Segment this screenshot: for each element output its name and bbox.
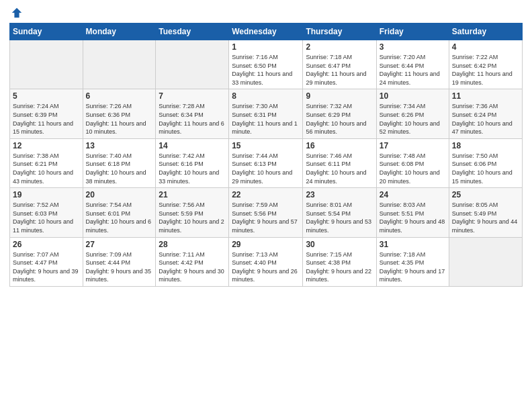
day-number: 12: [13, 141, 80, 150]
day-info: Sunrise: 7:28 AM Sunset: 6:34 PM Dayligh…: [159, 102, 226, 136]
calendar-header-row: SundayMondayTuesdayWednesdayThursdayFrid…: [10, 24, 523, 40]
day-number: 9: [306, 91, 373, 101]
calendar-cell: 15Sunrise: 7:44 AM Sunset: 6:13 PM Dayli…: [229, 138, 303, 187]
day-number: 29: [232, 240, 300, 249]
calendar-week-row: 26Sunrise: 7:07 AM Sunset: 4:47 PM Dayli…: [10, 237, 523, 286]
day-info: Sunrise: 7:30 AM Sunset: 6:31 PM Dayligh…: [232, 102, 300, 136]
calendar-cell: 17Sunrise: 7:48 AM Sunset: 6:08 PM Dayli…: [376, 138, 449, 187]
day-info: Sunrise: 7:42 AM Sunset: 6:16 PM Dayligh…: [159, 152, 226, 185]
day-info: Sunrise: 7:36 AM Sunset: 6:24 PM Dayligh…: [452, 102, 519, 136]
logo-icon: [11, 7, 23, 19]
day-number: 28: [159, 240, 226, 249]
calendar-cell: [10, 40, 83, 89]
calendar-cell: 5Sunrise: 7:24 AM Sunset: 6:39 PM Daylig…: [10, 89, 83, 138]
day-number: 15: [232, 141, 300, 150]
calendar-cell: 19Sunrise: 7:52 AM Sunset: 6:03 PM Dayli…: [10, 188, 83, 237]
calendar-cell: 25Sunrise: 8:05 AM Sunset: 5:49 PM Dayli…: [449, 188, 522, 237]
day-info: Sunrise: 7:50 AM Sunset: 6:06 PM Dayligh…: [452, 152, 519, 185]
day-number: 13: [86, 141, 153, 150]
day-info: Sunrise: 7:15 AM Sunset: 4:38 PM Dayligh…: [306, 250, 373, 284]
day-info: Sunrise: 7:46 AM Sunset: 6:11 PM Dayligh…: [306, 152, 373, 185]
day-number: 18: [452, 141, 519, 150]
day-info: Sunrise: 7:48 AM Sunset: 6:08 PM Dayligh…: [380, 152, 446, 185]
day-number: 4: [452, 42, 519, 52]
day-number: 11: [452, 91, 519, 101]
calendar-cell: 16Sunrise: 7:46 AM Sunset: 6:11 PM Dayli…: [303, 138, 376, 187]
calendar-day-header: Sunday: [10, 24, 83, 40]
calendar-cell: 8Sunrise: 7:30 AM Sunset: 6:31 PM Daylig…: [229, 89, 303, 138]
calendar-day-header: Wednesday: [229, 24, 303, 40]
day-info: Sunrise: 7:44 AM Sunset: 6:13 PM Dayligh…: [232, 152, 300, 185]
day-number: 17: [380, 141, 446, 150]
day-number: 14: [159, 141, 226, 150]
day-number: 10: [380, 91, 446, 101]
day-info: Sunrise: 7:32 AM Sunset: 6:29 PM Dayligh…: [306, 102, 373, 136]
calendar-week-row: 1Sunrise: 7:16 AM Sunset: 6:50 PM Daylig…: [10, 40, 523, 89]
calendar-cell: 22Sunrise: 7:59 AM Sunset: 5:56 PM Dayli…: [229, 188, 303, 237]
calendar-cell: 18Sunrise: 7:50 AM Sunset: 6:06 PM Dayli…: [449, 138, 522, 187]
day-number: 22: [232, 190, 300, 199]
day-info: Sunrise: 7:24 AM Sunset: 6:39 PM Dayligh…: [13, 102, 80, 136]
svg-marker-0: [12, 8, 21, 17]
day-number: 24: [380, 190, 446, 199]
calendar-cell: 6Sunrise: 7:26 AM Sunset: 6:36 PM Daylig…: [83, 89, 156, 138]
day-info: Sunrise: 7:09 AM Sunset: 4:44 PM Dayligh…: [86, 250, 153, 284]
day-number: 27: [86, 240, 153, 249]
day-info: Sunrise: 7:26 AM Sunset: 6:36 PM Dayligh…: [86, 102, 153, 136]
day-number: 30: [306, 240, 373, 249]
day-number: 3: [380, 42, 446, 52]
day-info: Sunrise: 7:13 AM Sunset: 4:40 PM Dayligh…: [232, 250, 300, 284]
day-info: Sunrise: 7:18 AM Sunset: 4:35 PM Dayligh…: [380, 250, 446, 284]
calendar-cell: 13Sunrise: 7:40 AM Sunset: 6:18 PM Dayli…: [83, 138, 156, 187]
day-info: Sunrise: 7:40 AM Sunset: 6:18 PM Dayligh…: [86, 152, 153, 185]
day-info: Sunrise: 7:20 AM Sunset: 6:44 PM Dayligh…: [380, 53, 446, 87]
calendar-cell: 11Sunrise: 7:36 AM Sunset: 6:24 PM Dayli…: [449, 89, 522, 138]
calendar-cell: 31Sunrise: 7:18 AM Sunset: 4:35 PM Dayli…: [376, 237, 449, 286]
calendar-week-row: 19Sunrise: 7:52 AM Sunset: 6:03 PM Dayli…: [10, 188, 523, 237]
calendar-table: SundayMondayTuesdayWednesdayThursdayFrid…: [9, 23, 523, 287]
calendar-cell: 12Sunrise: 7:38 AM Sunset: 6:21 PM Dayli…: [10, 138, 83, 187]
calendar-cell: 26Sunrise: 7:07 AM Sunset: 4:47 PM Dayli…: [10, 237, 83, 286]
page: SundayMondayTuesdayWednesdayThursdayFrid…: [0, 0, 532, 411]
day-info: Sunrise: 7:16 AM Sunset: 6:50 PM Dayligh…: [232, 53, 300, 87]
day-info: Sunrise: 8:05 AM Sunset: 5:49 PM Dayligh…: [452, 201, 519, 234]
day-number: 26: [13, 240, 80, 249]
day-number: 2: [306, 42, 373, 52]
calendar-cell: [156, 40, 229, 89]
calendar-cell: 29Sunrise: 7:13 AM Sunset: 4:40 PM Dayli…: [229, 237, 303, 286]
calendar-cell: 20Sunrise: 7:54 AM Sunset: 6:01 PM Dayli…: [83, 188, 156, 237]
day-number: 8: [232, 91, 300, 101]
calendar-cell: 10Sunrise: 7:34 AM Sunset: 6:26 PM Dayli…: [376, 89, 449, 138]
day-number: 16: [306, 141, 373, 150]
calendar-day-header: Thursday: [303, 24, 376, 40]
calendar-day-header: Saturday: [449, 24, 522, 40]
calendar-cell: 24Sunrise: 8:03 AM Sunset: 5:51 PM Dayli…: [376, 188, 449, 237]
calendar-cell: 7Sunrise: 7:28 AM Sunset: 6:34 PM Daylig…: [156, 89, 229, 138]
day-info: Sunrise: 7:11 AM Sunset: 4:42 PM Dayligh…: [159, 250, 226, 284]
day-number: 19: [13, 190, 80, 199]
day-number: 1: [232, 42, 300, 52]
header: [9, 7, 523, 19]
day-info: Sunrise: 7:18 AM Sunset: 6:47 PM Dayligh…: [306, 53, 373, 87]
day-number: 5: [13, 91, 80, 101]
calendar-cell: 3Sunrise: 7:20 AM Sunset: 6:44 PM Daylig…: [376, 40, 449, 89]
day-info: Sunrise: 7:38 AM Sunset: 6:21 PM Dayligh…: [13, 152, 80, 185]
day-number: 21: [159, 190, 226, 199]
day-info: Sunrise: 7:59 AM Sunset: 5:56 PM Dayligh…: [232, 201, 300, 234]
calendar-cell: 1Sunrise: 7:16 AM Sunset: 6:50 PM Daylig…: [229, 40, 303, 89]
calendar-cell: 30Sunrise: 7:15 AM Sunset: 4:38 PM Dayli…: [303, 237, 376, 286]
calendar-cell: 21Sunrise: 7:56 AM Sunset: 5:59 PM Dayli…: [156, 188, 229, 237]
calendar-cell: 14Sunrise: 7:42 AM Sunset: 6:16 PM Dayli…: [156, 138, 229, 187]
calendar-cell: 27Sunrise: 7:09 AM Sunset: 4:44 PM Dayli…: [83, 237, 156, 286]
day-number: 25: [452, 190, 519, 199]
calendar-cell: [449, 237, 522, 286]
calendar-day-header: Monday: [83, 24, 156, 40]
calendar-day-header: Friday: [376, 24, 449, 40]
calendar-cell: 9Sunrise: 7:32 AM Sunset: 6:29 PM Daylig…: [303, 89, 376, 138]
day-info: Sunrise: 7:34 AM Sunset: 6:26 PM Dayligh…: [380, 102, 446, 136]
logo: [9, 7, 23, 19]
day-info: Sunrise: 7:22 AM Sunset: 6:42 PM Dayligh…: [452, 53, 519, 87]
day-info: Sunrise: 7:54 AM Sunset: 6:01 PM Dayligh…: [86, 201, 153, 234]
calendar-cell: 2Sunrise: 7:18 AM Sunset: 6:47 PM Daylig…: [303, 40, 376, 89]
day-number: 7: [159, 91, 226, 101]
